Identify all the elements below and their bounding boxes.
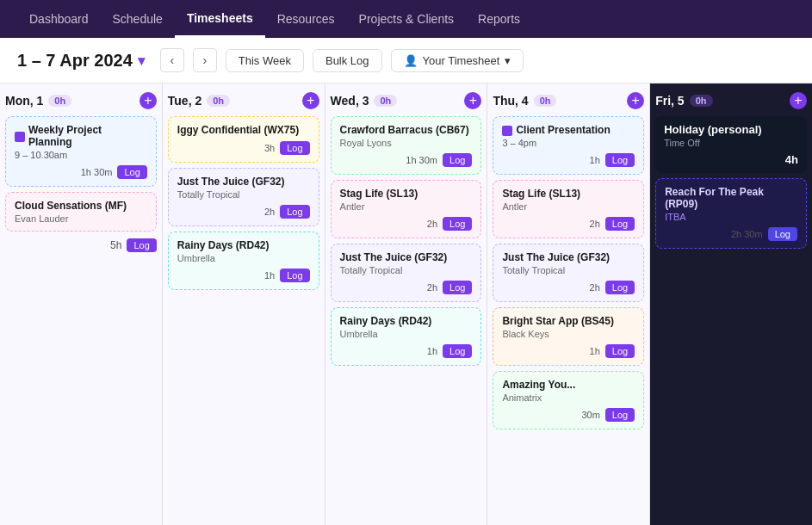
card-footer-1-1: 2hLog — [177, 205, 310, 219]
log-button-1-2[interactable]: Log — [280, 269, 309, 282]
day-header-1: Tue, 20h+ — [168, 92, 319, 109]
card-title-3-3: Bright Star App (BS45) — [502, 315, 635, 327]
card-hours-3-2: 2h — [590, 282, 600, 293]
log-button-1-1[interactable]: Log — [280, 205, 309, 219]
video-icon — [15, 132, 25, 142]
card-title-1-2: Rainy Days (RD42) — [177, 239, 310, 251]
log-button-2-0[interactable]: Log — [443, 153, 472, 167]
card-subtitle-2-2: Totally Tropical — [340, 265, 473, 275]
your-timesheet-button[interactable]: 👤 Your Timesheet ▾ — [391, 49, 524, 72]
card-1-1[interactable]: Just The Juice (GF32)Totally Tropical2hL… — [168, 168, 319, 226]
card-4-1[interactable]: Reach For The Peak (RP09)ITBA2h 30mLog — [655, 178, 807, 249]
card-3-1[interactable]: Stag Life (SL13)Antler2hLog — [493, 180, 644, 238]
log-button-3-1[interactable]: Log — [605, 217, 635, 231]
card-footer-0-0: 1h 30mLog — [15, 165, 147, 179]
card-3-2[interactable]: Just The Juice (GF32)Totally Tropical2hL… — [493, 244, 644, 302]
card-hours-1-1: 2h — [264, 207, 275, 217]
log-button-3-3[interactable]: Log — [605, 344, 635, 358]
date-range[interactable]: 1 – 7 Apr 2024 ▾ — [17, 51, 145, 71]
card-title-4-1: Reach For The Peak (RP09) — [665, 186, 797, 210]
card-title-2-0: Crawford Barracus (CB67) — [340, 124, 473, 136]
add-entry-button-0[interactable]: + — [139, 92, 157, 109]
card-title-1-1: Just The Juice (GF32) — [177, 176, 310, 188]
card-subtitle-2-1: Antler — [340, 201, 473, 212]
log-button-0-0[interactable]: Log — [117, 165, 146, 179]
card-title-3-2: Just The Juice (GF32) — [502, 251, 635, 263]
card-hours-3-1: 2h — [590, 219, 600, 229]
log-button-2-1[interactable]: Log — [443, 217, 472, 231]
card-1-2[interactable]: Rainy Days (RD42)Umbrella1hLog — [168, 232, 319, 290]
card-subtitle-1-2: Umbrella — [177, 253, 310, 263]
day-name-0: Mon, 1 — [5, 94, 43, 108]
card-title-2-1: Stag Life (SL13) — [340, 188, 473, 200]
prev-week-button[interactable]: ‹ — [160, 48, 184, 72]
card-0-1[interactable]: Cloud Sensations (MF)Evan Lauder — [5, 192, 157, 232]
card-subtitle-3-4: Animatrix — [502, 392, 635, 403]
top-nav: Dashboard Schedule Timesheets Resources … — [0, 0, 812, 38]
log-button-2-2[interactable]: Log — [443, 281, 472, 294]
day-hours-3: 0h — [534, 95, 557, 107]
card-hours-3-3: 1h — [590, 346, 600, 356]
nav-reports[interactable]: Reports — [466, 0, 532, 38]
add-entry-button-2[interactable]: + — [464, 92, 481, 109]
card-footer-3-2: 2hLog — [502, 281, 635, 294]
card-footer-3-1: 2hLog — [502, 217, 635, 231]
card-title-2-3: Rainy Days (RD42) — [340, 315, 473, 327]
log-button-1-0[interactable]: Log — [280, 141, 309, 155]
add-entry-button-3[interactable]: + — [627, 92, 644, 109]
nav-timesheets[interactable]: Timesheets — [175, 0, 265, 38]
day-total-hours-0: 5h — [110, 239, 121, 251]
card-4-0[interactable]: Holiday (personal)Time Off4h — [655, 116, 807, 173]
card-subtitle-3-2: Totally Tropical — [502, 265, 635, 275]
card-3-3[interactable]: Bright Star App (BS45)Black Keys1hLog — [493, 307, 644, 366]
card-hours-2-2: 2h — [427, 282, 437, 293]
nav-schedule[interactable]: Schedule — [101, 0, 175, 38]
day-log-button-0[interactable]: Log — [127, 238, 156, 252]
card-subtitle-2-0: Royal Lyons — [340, 138, 473, 148]
card-footer-3-4: 30mLog — [502, 408, 635, 422]
day-header-4: Fri, 50h+ — [655, 92, 807, 109]
day-column-1: Tue, 20h+Iggy Confidential (WX75)3hLogJu… — [163, 83, 325, 525]
card-hours-3-4: 30m — [581, 410, 599, 420]
nav-dashboard[interactable]: Dashboard — [17, 0, 101, 38]
log-button-4-1[interactable]: Log — [768, 227, 797, 241]
video-icon — [502, 126, 512, 136]
card-subtitle-0-1: Evan Lauder — [15, 213, 147, 224]
card-hours-1-0: 3h — [264, 143, 275, 153]
day-column-0: Mon, 10h+Weekly Project Planning9 – 10.3… — [0, 83, 163, 525]
card-2-0[interactable]: Crawford Barracus (CB67)Royal Lyons1h 30… — [331, 116, 482, 175]
day-header-2: Wed, 30h+ — [331, 92, 482, 109]
card-time-3-0: 3 – 4pm — [502, 138, 635, 148]
card-2-1[interactable]: Stag Life (SL13)Antler2hLog — [331, 180, 482, 238]
card-title-4-0: Holiday (personal) — [664, 123, 798, 136]
next-week-button[interactable]: › — [193, 48, 217, 72]
card-hours-4-1: 2h 30m — [731, 229, 763, 239]
nav-resources[interactable]: Resources — [265, 0, 347, 38]
card-2-3[interactable]: Rainy Days (RD42)Umbrella1hLog — [331, 307, 482, 366]
log-button-3-0[interactable]: Log — [605, 153, 635, 167]
card-subtitle-2-3: Umbrella — [340, 329, 473, 339]
card-3-0[interactable]: Client Presentation3 – 4pm1hLog — [493, 116, 644, 175]
card-footer-4-0: 4h — [664, 153, 798, 166]
bulk-log-button[interactable]: Bulk Log — [313, 49, 382, 72]
card-3-4[interactable]: Amazing You...Animatrix30mLog — [493, 371, 644, 429]
log-button-3-4[interactable]: Log — [605, 408, 635, 422]
log-button-3-2[interactable]: Log — [605, 281, 635, 294]
card-footer-2-3: 1hLog — [340, 344, 473, 358]
day-header-0: Mon, 10h+ — [5, 92, 157, 109]
this-week-button[interactable]: This Week — [226, 49, 304, 72]
log-button-2-3[interactable]: Log — [443, 344, 472, 358]
day-hours-1: 0h — [207, 95, 230, 107]
add-entry-button-4[interactable]: + — [790, 92, 807, 109]
card-footer-2-0: 1h 30mLog — [340, 153, 473, 167]
card-footer-1-2: 1hLog — [177, 269, 310, 282]
card-footer-1-0: 3hLog — [177, 141, 310, 155]
card-0-0[interactable]: Weekly Project Planning9 – 10.30am1h 30m… — [5, 116, 157, 187]
card-footer-4-1: 2h 30mLog — [665, 227, 797, 241]
nav-projects-clients[interactable]: Projects & Clients — [347, 0, 466, 38]
card-title-3-0: Client Presentation — [516, 124, 610, 136]
card-2-2[interactable]: Just The Juice (GF32)Totally Tropical2hL… — [331, 244, 482, 302]
add-entry-button-1[interactable]: + — [302, 92, 319, 109]
card-1-0[interactable]: Iggy Confidential (WX75)3hLog — [168, 116, 319, 163]
day-header-3: Thu, 40h+ — [493, 92, 644, 109]
